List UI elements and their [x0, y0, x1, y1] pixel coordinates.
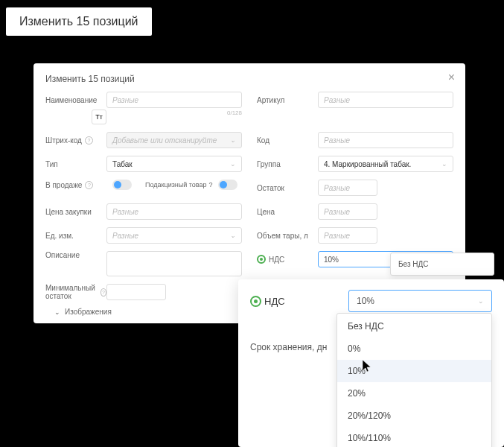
close-icon[interactable]: ×	[448, 71, 455, 84]
code-input[interactable]: Разные	[318, 132, 453, 148]
minstock-label: Минимальный остаток?	[45, 284, 106, 300]
text-case-button[interactable]: Тт	[92, 110, 106, 124]
nds-label: НДС	[257, 255, 318, 264]
onsale-toggle[interactable]	[112, 180, 132, 190]
page-badge: Изменить 15 позиций	[6, 7, 152, 36]
chevron-down-icon: ⌄	[230, 136, 236, 144]
desc-textarea[interactable]	[106, 251, 242, 276]
code-label: Код	[257, 136, 318, 145]
name-input[interactable]: Разные	[106, 92, 242, 108]
dropdown-item[interactable]: 10%/110%	[337, 427, 491, 447]
unit-select[interactable]: Разные⌄	[106, 227, 242, 244]
article-input[interactable]: Разные	[318, 92, 453, 108]
modal-title: Изменить 15 позиций	[45, 74, 453, 84]
volume-label: Объем тары, л	[257, 232, 318, 240]
price-label: Цена	[257, 208, 318, 216]
onsale-label: В продаже?	[45, 181, 106, 189]
dropdown-item[interactable]: Без НДС	[391, 256, 494, 272]
help-icon[interactable]: ?	[85, 181, 93, 189]
group-select[interactable]: 4. Маркированный табак.⌄	[318, 156, 453, 172]
name-counter: 0/128	[227, 110, 242, 124]
help-icon[interactable]: ?	[101, 288, 106, 297]
nds-label-large: НДС	[250, 296, 348, 307]
chevron-down-icon: ⌄	[478, 297, 484, 305]
purchase-label: Цена закупки	[45, 208, 106, 216]
name-label: Наименование	[45, 96, 106, 104]
desc-label: Описание	[45, 251, 106, 259]
nds-dropdown-large: Без НДС 0% 10% 20% 20%/120% 10%/110%	[336, 313, 492, 447]
stock-input[interactable]: Разные	[318, 180, 377, 196]
help-icon[interactable]: ?	[85, 136, 93, 145]
status-dot-icon	[257, 255, 266, 264]
barcode-select[interactable]: Добавьте или отсканируйте⌄	[106, 132, 242, 148]
minstock-input[interactable]	[106, 284, 166, 300]
help-icon[interactable]: ?	[208, 181, 212, 188]
dropdown-item[interactable]: 0%	[337, 337, 491, 360]
chevron-down-icon: ⌄	[230, 232, 236, 239]
excise-toggle[interactable]	[218, 180, 237, 190]
stock-label: Остаток	[257, 184, 318, 192]
group-label: Группа	[257, 160, 318, 168]
nds-select-large[interactable]: 10%⌄	[348, 290, 492, 312]
excise-label: Подакцизный товар?	[145, 181, 212, 188]
dropdown-item[interactable]: 10%	[337, 360, 491, 382]
nds-panel-large: НДС 10%⌄ Срок хранения, дн ? Без НДС 0% …	[238, 279, 504, 447]
barcode-label: Штрих-код?	[45, 136, 106, 145]
nds-dropdown-small: Без НДС	[390, 253, 494, 276]
shelf-label-large: Срок хранения, дн	[250, 342, 336, 352]
dropdown-item[interactable]: Без НДС	[337, 315, 491, 337]
unit-label: Ед. изм.	[45, 232, 106, 240]
chevron-down-icon: ⌄	[54, 308, 60, 316]
price-input[interactable]: Разные	[318, 203, 377, 220]
dropdown-item[interactable]: 20%/120%	[337, 405, 491, 427]
article-label: Артикул	[257, 96, 318, 104]
type-select[interactable]: Табак⌄	[106, 156, 242, 172]
chevron-down-icon: ⌄	[441, 160, 447, 168]
status-dot-icon	[250, 296, 261, 307]
dropdown-item[interactable]: 20%	[337, 382, 491, 405]
volume-input[interactable]: Разные	[318, 227, 377, 244]
purchase-input[interactable]: Разные	[106, 203, 242, 220]
type-label: Тип	[45, 160, 106, 168]
chevron-down-icon: ⌄	[230, 160, 236, 168]
